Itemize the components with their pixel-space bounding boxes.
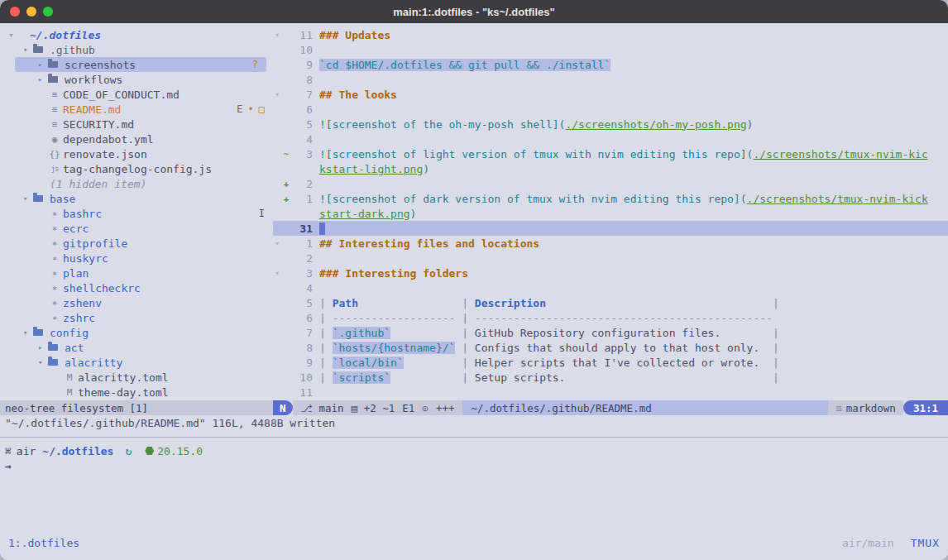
toml-icon: M [63,372,76,383]
tree-item[interactable]: ∗gitprofile [0,236,273,251]
line-number: 10 [291,371,313,384]
tree-item[interactable]: ▸workflows [0,72,273,87]
tree-item[interactable]: ∗ecrc [0,221,273,236]
cursor [319,223,325,235]
editor-line[interactable]: start-dark.png) [273,206,948,221]
tree-item[interactable]: ∗huskyrc [0,251,273,266]
tree-item[interactable]: ▾config [0,325,273,340]
editor-line[interactable]: 9| `local/bin` | Helper scripts that I'v… [273,355,948,370]
unsaved-dot-badge: • [248,103,254,115]
chevron-right-icon[interactable]: ▸ [38,60,48,69]
editor-line[interactable]: ▿11### Updates [273,27,948,42]
tree-item[interactable]: ∗bashrcI [0,206,273,221]
shell-icon: ∗ [48,268,61,279]
text-segment-code: `hosts/{hostname}/` [333,342,456,354]
js-icon: js [48,165,61,173]
tree-item[interactable]: Malacritty.toml [0,370,273,385]
text-segment-link: ![screenshot of dark version of tmux wit… [319,193,747,205]
text-segment-pipe: | [773,297,779,309]
chevron-down-icon[interactable]: ▾ [23,45,33,54]
editor-line[interactable]: kstart-light.png) [273,161,948,176]
tree-item-label: huskyrc [63,252,108,265]
shell-pane[interactable]: ⌘air~/.dotfiles↻20.15.0 → [0,443,948,473]
text-segment-txt [358,297,462,309]
line-number: 6 [291,103,313,116]
chevron-down-icon[interactable]: ▾ [23,328,33,337]
tree-item[interactable]: ∗zshenv [0,295,273,310]
text-segment-txt: Setup scripts. [475,371,773,384]
editor-line[interactable]: 6 [273,102,948,117]
editor-line[interactable]: 31 [273,221,948,236]
tree-item[interactable]: ▾~/.dotfiles [0,27,273,42]
yaml-icon: ◉ [48,134,61,145]
editor-line[interactable]: ▿3### Interesting folders [273,266,948,280]
tree-item-label: workflows [65,74,122,86]
tree-item[interactable]: ◉dependabot.yml [0,132,273,146]
text-segment-th: Path [333,297,358,309]
neotree-status: neo-tree filesystem [1] [0,400,273,415]
tmux-pane-border[interactable] [0,437,948,438]
tree-item[interactable]: jstag-changelog-config.js [0,161,273,176]
editor-line[interactable]: 5![screenshot of the oh-my-posh shell](.… [273,117,948,132]
chevron-down-icon[interactable]: ▾ [23,194,33,203]
tmux-pane-area: ▾~/.dotfiles▾.github▸screenshots?▸workfl… [0,23,948,560]
command-line-message: "~/.dotfiles/.github/README.md" 116L, 44… [0,415,948,430]
chevron-down-icon[interactable]: ▾ [38,358,48,366]
editor-line[interactable]: 10| `scripts` | Setup scripts. | [273,370,948,385]
prompt-line: ⌘air~/.dotfiles↻20.15.0 [0,443,948,458]
editor-line[interactable]: ▿7## The looks [273,87,948,102]
tree-item[interactable]: ≡SECURITY.md [0,117,273,132]
editor-line[interactable]: 5| Path | Description | [273,295,948,310]
git-modified-badge: □ [259,103,265,115]
chevron-down-icon[interactable]: ▾ [8,30,18,41]
tree-item[interactable]: {}renovate.json [0,146,273,161]
tree-item[interactable]: ≡CODE_OF_CONDUCT.md [0,87,273,102]
text-segment-txt: Configs that should apply to that host o… [475,342,773,354]
tree-item[interactable]: ▾.github [0,42,273,57]
tree-item[interactable]: ∗plan [0,266,273,280]
text-segment-txt [390,327,462,339]
tree-item[interactable]: ▾alacritty [0,355,273,370]
chevron-right-icon[interactable]: ▸ [38,75,48,84]
editor-line[interactable]: 4 [273,280,948,295]
text-segment-dash: ----------------------------------------… [475,312,773,324]
editor-line[interactable]: ~3![screenshot of light version of tmux … [273,146,948,161]
editor-line[interactable]: 6| ------------------- | ---------------… [273,310,948,325]
fold-open-icon[interactable]: ▿ [273,269,281,277]
tree-item[interactable]: ∗shellcheckrc [0,280,273,295]
mode-indicator: N [273,400,293,415]
editor-line[interactable]: 4 [273,132,948,146]
sync-icon: ↻ [125,445,132,457]
editor-line[interactable]: 10 [273,42,948,57]
tree-item[interactable]: ▾base [0,191,273,206]
git-added-sign: + [281,194,291,204]
editor-line[interactable]: +2 [273,176,948,191]
fold-open-icon[interactable]: ▿ [273,90,281,98]
tmux-badge: TMUX [911,537,940,549]
tree-item[interactable]: ≡README.mdE•□ [0,102,273,117]
tree-item[interactable]: ▸act [0,340,273,355]
fold-open-icon[interactable]: ▿ [273,31,281,39]
editor-line[interactable]: 8 [273,72,948,87]
tree-item[interactable]: (1 hidden item) [0,176,273,191]
tree-item[interactable]: ▸screenshots? [15,57,266,72]
tree-item-badges: I [259,206,265,221]
markdown-icon: ≡ [48,119,61,130]
editor-line[interactable]: ▿1## Interesting files and locations [273,236,948,251]
window-title: main:1:.dotfiles - "ks~/.dotfiles" [0,6,948,18]
text-segment-link: ) [410,208,417,220]
chevron-right-icon[interactable]: ▸ [38,343,48,352]
tree-item[interactable]: Mtheme-day.toml [0,385,273,400]
editor-line[interactable]: 11 [273,385,948,400]
editor-line[interactable]: 8| `hosts/{hostname}/` | Configs that sh… [273,340,948,355]
tree-item-badges: ? [252,57,258,72]
prompt-input-line[interactable]: → [0,458,948,473]
editor-line[interactable]: 7| `.github` | GitHub Repository configu… [273,325,948,340]
tree-item[interactable]: ∗zshrc [0,310,273,325]
editor-line[interactable]: +1![screenshot of dark version of tmux w… [273,191,948,206]
text-segment-pipe: | [773,371,779,384]
editor-line[interactable]: 2 [273,251,948,266]
editor-line[interactable]: 9`cd $HOME/.dotfiles && git pull && ./in… [273,57,948,72]
tmux-window-label[interactable]: 1:.dotfiles [8,537,79,549]
fold-open-icon[interactable]: ▿ [273,239,281,247]
